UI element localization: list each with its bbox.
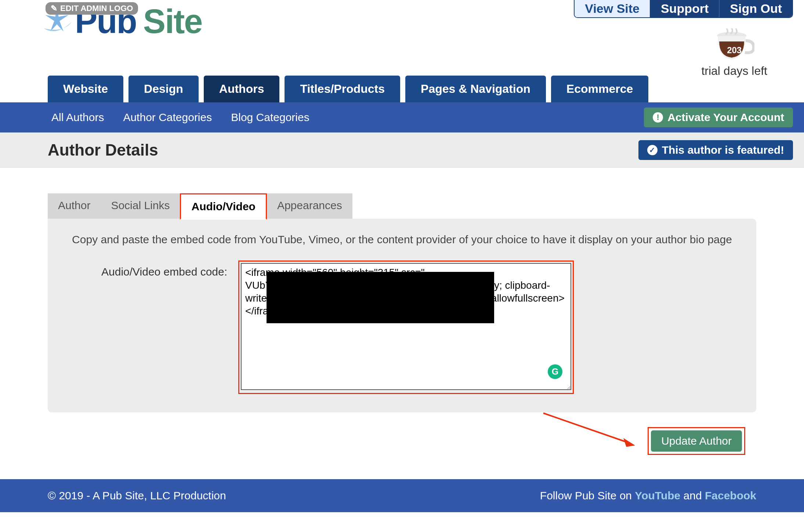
- nav-authors[interactable]: Authors: [204, 76, 280, 102]
- update-author-button[interactable]: Update Author: [651, 430, 742, 452]
- svg-line-1: [543, 413, 628, 442]
- footer-copyright: © 2019 - A Pub Site, LLC Production: [48, 489, 226, 502]
- page-title-bar: Author Details ✓ This author is featured…: [0, 132, 804, 168]
- nav-pages-navigation[interactable]: Pages & Navigation: [405, 76, 546, 102]
- pencil-icon: ✎: [51, 4, 57, 13]
- update-button-highlight: Update Author: [648, 427, 745, 455]
- view-site-link[interactable]: View Site: [575, 0, 651, 17]
- annotation-arrow-icon: [540, 409, 642, 453]
- tab-audio-video[interactable]: Audio/Video: [180, 193, 267, 220]
- nav-titles-products[interactable]: Titles/Products: [285, 76, 400, 102]
- subnav-all-authors[interactable]: All Authors: [51, 111, 104, 124]
- tab-appearances[interactable]: Appearances: [267, 193, 352, 219]
- logo-text-site: Site: [143, 2, 202, 41]
- page-title: Author Details: [48, 141, 158, 159]
- featured-badge: ✓ This author is featured!: [638, 140, 793, 160]
- edit-admin-logo-button[interactable]: ✎ EDIT ADMIN LOGO: [46, 2, 138, 15]
- support-link[interactable]: Support: [651, 0, 720, 17]
- grammarly-icon[interactable]: G: [548, 364, 562, 379]
- tab-panel: Copy and paste the embed code from YouTu…: [48, 219, 756, 412]
- footer-youtube-link[interactable]: YouTube: [635, 489, 680, 502]
- subnav-blog-categories[interactable]: Blog Categories: [231, 111, 309, 124]
- nav-design[interactable]: Design: [128, 76, 199, 102]
- nav-website[interactable]: Website: [48, 76, 123, 102]
- tab-author[interactable]: Author: [48, 193, 101, 219]
- trial-days-widget: 203 trial days left: [701, 28, 767, 78]
- trial-days-label: trial days left: [701, 64, 767, 78]
- sub-nav-bar: All Authors Author Categories Blog Categ…: [0, 102, 804, 132]
- embed-code-textarea[interactable]: [241, 263, 571, 390]
- author-tabs: Author Social Links Audio/Video Appearan…: [48, 193, 756, 219]
- top-utility-links: View Site Support Sign Out: [574, 0, 793, 18]
- sign-out-link[interactable]: Sign Out: [720, 0, 792, 17]
- nav-ecommerce[interactable]: Ecommerce: [551, 76, 648, 102]
- featured-label: This author is featured!: [662, 144, 784, 156]
- activate-label: Activate Your Account: [667, 111, 784, 124]
- embed-code-label: Audio/Video embed code:: [101, 260, 227, 278]
- logo-area: ✎ EDIT ADMIN LOGO Pub Site: [40, 0, 202, 41]
- check-circle-icon: ✓: [647, 145, 658, 155]
- footer-facebook-link[interactable]: Facebook: [705, 489, 756, 502]
- tab-social-links[interactable]: Social Links: [101, 193, 180, 219]
- footer: © 2019 - A Pub Site, LLC Production Foll…: [0, 479, 804, 512]
- subnav-author-categories[interactable]: Author Categories: [123, 111, 212, 124]
- footer-follow: Follow Pub Site on YouTube and Facebook: [540, 489, 756, 502]
- main-nav: Website Design Authors Titles/Products P…: [0, 76, 804, 102]
- coffee-cup-icon: 203: [714, 28, 754, 61]
- alert-icon: !: [653, 112, 663, 123]
- edit-logo-label: EDIT ADMIN LOGO: [60, 4, 133, 13]
- svg-marker-2: [623, 438, 635, 447]
- embed-textarea-highlight: G: [238, 260, 574, 394]
- trial-days-count: 203: [714, 45, 754, 55]
- activate-account-button[interactable]: ! Activate Your Account: [644, 108, 793, 127]
- embed-instructions: Copy and paste the embed code from YouTu…: [61, 233, 743, 246]
